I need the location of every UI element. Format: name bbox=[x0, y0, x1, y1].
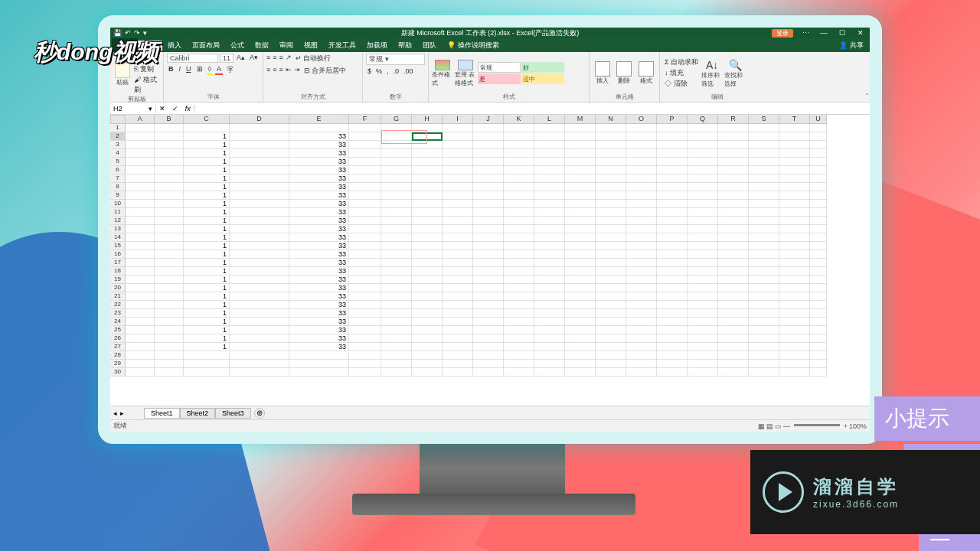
cell[interactable] bbox=[349, 217, 381, 225]
cell[interactable] bbox=[779, 191, 810, 200]
cell[interactable] bbox=[534, 326, 565, 334]
cell[interactable] bbox=[184, 351, 230, 360]
cell[interactable] bbox=[565, 284, 596, 292]
col-header-B[interactable]: B bbox=[155, 115, 184, 124]
cell[interactable] bbox=[565, 301, 596, 309]
cell[interactable] bbox=[779, 334, 810, 343]
cell[interactable]: 33 bbox=[289, 301, 349, 309]
cell[interactable] bbox=[779, 174, 810, 183]
cell[interactable] bbox=[155, 158, 184, 166]
cell-grid[interactable]: 1331331331331331331331331331331331331331… bbox=[126, 124, 870, 406]
cell[interactable] bbox=[230, 200, 289, 208]
cell[interactable] bbox=[155, 318, 184, 326]
tab-help[interactable]: 帮助 bbox=[393, 41, 417, 51]
cell[interactable] bbox=[688, 191, 718, 200]
cell[interactable] bbox=[779, 360, 810, 368]
cell[interactable] bbox=[657, 250, 688, 259]
cell[interactable] bbox=[749, 326, 779, 334]
ribbon-collapse-icon[interactable]: ˇ bbox=[866, 93, 868, 100]
cell[interactable] bbox=[473, 183, 504, 191]
cell[interactable] bbox=[349, 174, 381, 183]
col-header-C[interactable]: C bbox=[184, 115, 230, 124]
font-color-icon[interactable]: A bbox=[215, 65, 223, 75]
cell[interactable] bbox=[230, 292, 289, 301]
cell[interactable] bbox=[534, 351, 565, 360]
cell[interactable]: 33 bbox=[289, 225, 349, 233]
cell[interactable] bbox=[565, 250, 596, 259]
row-header[interactable]: 25 bbox=[110, 326, 126, 334]
cell[interactable] bbox=[126, 292, 155, 301]
cell[interactable] bbox=[126, 217, 155, 225]
cell[interactable] bbox=[749, 124, 779, 132]
col-header-N[interactable]: N bbox=[596, 115, 626, 124]
cell[interactable] bbox=[126, 124, 155, 132]
cell[interactable] bbox=[749, 242, 779, 250]
cell[interactable] bbox=[749, 141, 779, 149]
cell[interactable] bbox=[473, 200, 504, 208]
cell[interactable] bbox=[534, 174, 565, 183]
sort-filter-button[interactable]: A↓排序和筛选 bbox=[701, 60, 723, 87]
cell[interactable] bbox=[184, 360, 230, 368]
cell[interactable] bbox=[626, 301, 657, 309]
cell[interactable] bbox=[810, 242, 827, 250]
cell[interactable] bbox=[230, 276, 289, 284]
merge-button[interactable]: ⊟ 合并后居中 bbox=[302, 66, 348, 76]
tab-insert[interactable]: 插入 bbox=[162, 41, 187, 51]
cell[interactable] bbox=[779, 250, 810, 259]
cell[interactable] bbox=[749, 318, 779, 326]
cell[interactable]: 33 bbox=[289, 292, 349, 301]
cell[interactable]: 1 bbox=[184, 132, 230, 141]
cell[interactable]: 1 bbox=[184, 267, 230, 276]
format-table-button[interactable]: 套用 表格格式 bbox=[455, 60, 476, 87]
cell[interactable] bbox=[412, 217, 443, 225]
cell[interactable] bbox=[381, 318, 412, 326]
cell[interactable] bbox=[657, 217, 688, 225]
cell[interactable] bbox=[155, 225, 184, 233]
cell[interactable] bbox=[626, 250, 657, 259]
cell[interactable] bbox=[126, 132, 155, 141]
cell[interactable] bbox=[349, 149, 381, 158]
cell[interactable] bbox=[718, 217, 749, 225]
cell[interactable] bbox=[779, 309, 810, 318]
cell[interactable] bbox=[810, 276, 827, 284]
cell[interactable] bbox=[349, 141, 381, 149]
delete-cells-button[interactable]: 删除 bbox=[614, 60, 634, 87]
cell[interactable]: 33 bbox=[289, 149, 349, 158]
cell[interactable] bbox=[718, 183, 749, 191]
cell[interactable] bbox=[412, 124, 443, 132]
cell[interactable] bbox=[349, 124, 381, 132]
cell[interactable] bbox=[230, 132, 289, 141]
col-header-I[interactable]: I bbox=[443, 115, 473, 124]
cell[interactable] bbox=[565, 259, 596, 267]
cell[interactable] bbox=[626, 326, 657, 334]
cell[interactable] bbox=[718, 242, 749, 250]
cell[interactable] bbox=[565, 174, 596, 183]
cell[interactable] bbox=[412, 183, 443, 191]
cell[interactable] bbox=[565, 149, 596, 158]
cell[interactable] bbox=[412, 200, 443, 208]
cell[interactable] bbox=[657, 225, 688, 233]
add-sheet-button[interactable]: ⊕ bbox=[254, 408, 265, 419]
row-header[interactable]: 30 bbox=[110, 368, 126, 377]
cell[interactable] bbox=[534, 276, 565, 284]
cell[interactable] bbox=[504, 250, 534, 259]
cell[interactable] bbox=[126, 183, 155, 191]
cell[interactable] bbox=[565, 292, 596, 301]
zoom-out-icon[interactable]: — bbox=[783, 422, 790, 430]
zoom-level[interactable]: 100% bbox=[849, 422, 867, 430]
cell[interactable] bbox=[749, 276, 779, 284]
col-header-Q[interactable]: Q bbox=[688, 115, 718, 124]
cell[interactable] bbox=[412, 208, 443, 217]
cell[interactable] bbox=[230, 309, 289, 318]
cell[interactable] bbox=[657, 149, 688, 158]
row-header[interactable]: 11 bbox=[110, 208, 126, 217]
cell[interactable] bbox=[688, 351, 718, 360]
row-header[interactable]: 15 bbox=[110, 242, 126, 250]
cell[interactable] bbox=[779, 267, 810, 276]
font-name-select[interactable]: Calibri bbox=[167, 54, 218, 63]
cell[interactable] bbox=[504, 360, 534, 368]
row-header[interactable]: 12 bbox=[110, 217, 126, 225]
cell[interactable] bbox=[473, 158, 504, 166]
cell[interactable] bbox=[626, 174, 657, 183]
cell[interactable] bbox=[412, 318, 443, 326]
